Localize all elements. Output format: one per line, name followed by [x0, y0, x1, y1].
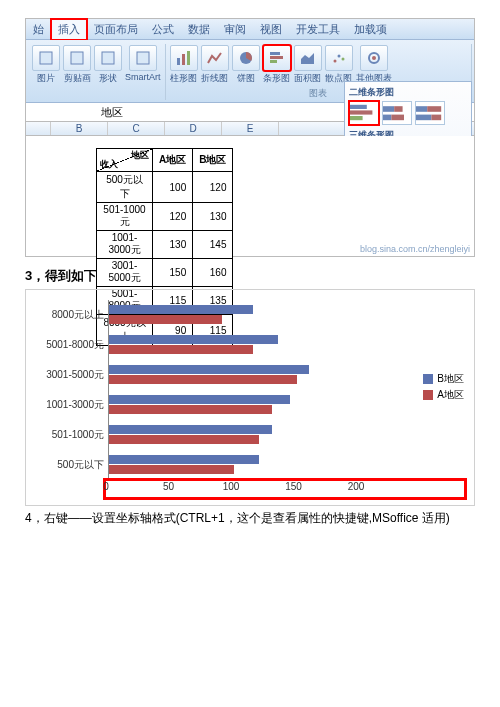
ribbon-label: 形状 [94, 72, 122, 85]
dropdown-2d-bar-header: 二维条形图 [349, 86, 467, 99]
svg-rect-8 [270, 52, 280, 55]
bar-B地区[interactable] [109, 455, 259, 464]
cell: 120 [153, 203, 193, 231]
y-tick-label: 8000元以上 [34, 308, 104, 322]
bar-A地区[interactable] [109, 435, 259, 444]
svg-rect-23 [391, 114, 404, 120]
svg-rect-24 [416, 106, 427, 112]
折线图-button[interactable] [201, 45, 229, 71]
stacked-bar-option[interactable] [382, 101, 412, 125]
柱形图-button[interactable] [170, 45, 198, 71]
bar-chart: 8000元以上5001-8000元3001-5000元1001-3000元501… [25, 289, 475, 506]
svg-rect-25 [427, 106, 441, 112]
tab-开发工具[interactable]: 开发工具 [289, 19, 347, 40]
svg-point-16 [372, 56, 376, 60]
tab-视图[interactable]: 视图 [253, 19, 289, 40]
tab-公式[interactable]: 公式 [145, 19, 181, 40]
x-tick-label: 200 [348, 481, 365, 492]
ribbon-label: 剪贴画 [63, 72, 91, 85]
bar-A地区[interactable] [109, 345, 253, 354]
col-header-a: A地区 [153, 149, 193, 172]
spreadsheet-grid: BCDE 地区 收入 A地区 B地区 500元以下100120501-1000元… [26, 122, 474, 256]
ribbon-label: 饼图 [232, 72, 260, 85]
step-4-text: 4，右键——设置坐标轴格式(CTRL+1，这个是查看属性的快捷键,MSoffic… [25, 510, 475, 527]
svg-rect-20 [383, 106, 394, 112]
100-stacked-bar-option[interactable] [415, 101, 445, 125]
svg-rect-26 [416, 114, 431, 120]
bar-B地区[interactable] [109, 335, 278, 344]
饼图-button[interactable] [232, 45, 260, 71]
svg-rect-0 [40, 52, 52, 64]
ribbon-label: 图片 [32, 72, 60, 85]
formula-value[interactable]: 地区 [91, 105, 123, 120]
cell: 130 [193, 203, 233, 231]
tab-数据[interactable]: 数据 [181, 19, 217, 40]
svg-rect-19 [350, 116, 363, 120]
row-label: 3001-5000元 [97, 259, 153, 287]
其他图表-button[interactable] [360, 45, 388, 71]
bar-B地区[interactable] [109, 305, 253, 314]
cell: 150 [153, 259, 193, 287]
x-tick-label: 100 [223, 481, 240, 492]
y-tick-label: 1001-3000元 [34, 398, 104, 412]
x-tick-label: 50 [163, 481, 174, 492]
cell: 130 [153, 231, 193, 259]
bar-A地区[interactable] [109, 405, 272, 414]
cell: 120 [193, 172, 233, 203]
bar-B地区[interactable] [109, 365, 309, 374]
形状-button[interactable] [94, 45, 122, 71]
col-header[interactable]: E [222, 122, 279, 135]
svg-rect-5 [182, 54, 185, 65]
SmartArt-button[interactable] [129, 45, 157, 71]
col-header-b: B地区 [193, 149, 233, 172]
svg-rect-22 [383, 114, 391, 120]
条形图-button[interactable] [263, 45, 291, 71]
y-tick-label: 501-1000元 [34, 428, 104, 442]
col-header[interactable]: C [108, 122, 165, 135]
bar-B地区[interactable] [109, 425, 272, 434]
clustered-bar-option[interactable] [349, 101, 379, 125]
cell: 100 [153, 172, 193, 203]
面积图-button[interactable] [294, 45, 322, 71]
row-label: 501-1000元 [97, 203, 153, 231]
tab-始[interactable]: 始 [26, 19, 51, 40]
ribbon-tabs: 始插入页面布局公式数据审阅视图开发工具加载项 [26, 19, 474, 40]
col-header[interactable] [26, 122, 51, 135]
excel-screenshot: 始插入页面布局公式数据审阅视图开发工具加载项 图片剪贴画形状SmartArt 柱… [25, 18, 475, 257]
svg-rect-17 [350, 105, 367, 109]
ribbon-label: SmartArt [125, 72, 161, 82]
ribbon-label: 折线图 [201, 72, 229, 85]
row-label: 1001-3000元 [97, 231, 153, 259]
chart-legend: B地区A地区 [423, 370, 464, 404]
cell: 160 [193, 259, 233, 287]
svg-rect-1 [71, 52, 83, 64]
svg-point-12 [333, 60, 336, 63]
ribbon-label: 条形图 [263, 72, 291, 85]
tab-审阅[interactable]: 审阅 [217, 19, 253, 40]
tab-页面布局[interactable]: 页面布局 [87, 19, 145, 40]
剪贴画-button[interactable] [63, 45, 91, 71]
tab-插入[interactable]: 插入 [51, 19, 87, 40]
col-header[interactable]: B [51, 122, 108, 135]
svg-point-14 [341, 58, 344, 61]
bar-A地区[interactable] [109, 315, 222, 324]
x-axis-highlighted[interactable]: 050100150200 [104, 479, 466, 499]
svg-rect-6 [187, 51, 190, 65]
svg-rect-9 [270, 56, 283, 59]
svg-rect-4 [177, 58, 180, 65]
y-tick-label: 5001-8000元 [34, 338, 104, 352]
step-3-text: 3，得到如下条形图，选中横轴 [25, 267, 475, 285]
svg-rect-2 [102, 52, 114, 64]
x-tick-label: 150 [285, 481, 302, 492]
bar-B地区[interactable] [109, 395, 290, 404]
diag-header: 地区 收入 [97, 149, 153, 172]
svg-marker-11 [301, 53, 314, 64]
散点图-button[interactable] [325, 45, 353, 71]
图片-button[interactable] [32, 45, 60, 71]
bar-A地区[interactable] [109, 465, 234, 474]
svg-rect-27 [431, 114, 441, 120]
tab-加载项[interactable]: 加载项 [347, 19, 394, 40]
bar-A地区[interactable] [109, 375, 297, 384]
y-tick-label: 500元以下 [34, 458, 104, 472]
col-header[interactable]: D [165, 122, 222, 135]
